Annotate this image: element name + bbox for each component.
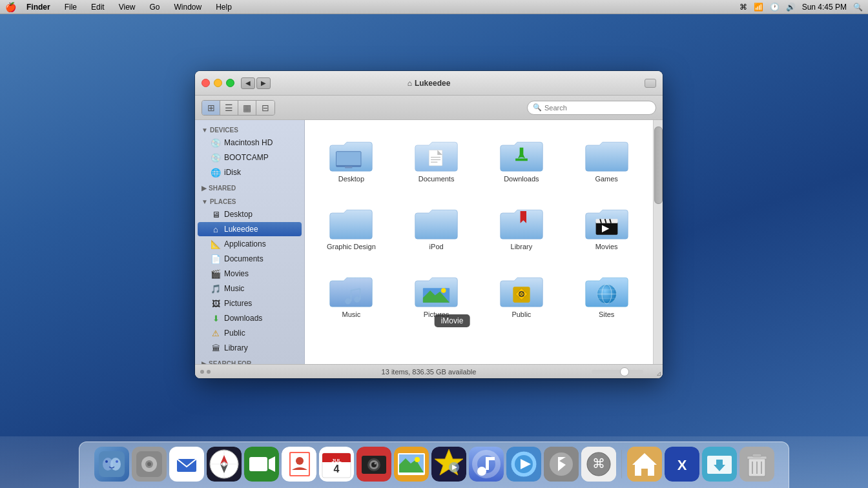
maximize-button[interactable] — [226, 79, 234, 87]
itunes-icon[interactable] — [469, 447, 504, 482]
menubar-finder[interactable]: Finder — [24, 3, 53, 12]
svg-rect-3 — [429, 150, 442, 165]
dock-airdrop[interactable] — [702, 447, 737, 482]
xcode-icon[interactable]: X — [665, 447, 699, 482]
home-icon[interactable] — [627, 447, 662, 482]
menubar-file[interactable]: File — [62, 3, 79, 12]
svg-text:⌘: ⌘ — [592, 456, 605, 471]
search-box[interactable]: 🔍 — [527, 101, 656, 115]
dock-ical[interactable]: JUL 4 — [319, 447, 354, 482]
imovie-icon[interactable] — [431, 447, 466, 482]
resize-handle[interactable]: ⊿ — [656, 370, 661, 377]
sidebar-item-music[interactable]: 🎵 Music — [198, 281, 302, 296]
svg-point-75 — [374, 463, 376, 465]
safari-icon[interactable] — [207, 447, 242, 482]
file-movies[interactable]: Movies — [570, 198, 643, 253]
address-book-icon[interactable] — [282, 447, 316, 482]
sidebar-item-desktop[interactable]: 🖥 Desktop — [198, 207, 302, 221]
cover-flow-button[interactable]: ⊟ — [256, 101, 274, 115]
sidebar-item-applications[interactable]: 📐 Applications — [198, 237, 302, 251]
dock-safari[interactable] — [207, 447, 242, 482]
file-ipod[interactable]: iPod — [400, 198, 473, 253]
apple-menu[interactable]: 🍎 — [5, 2, 16, 12]
icon-size-slider[interactable] — [592, 370, 643, 374]
dock-xcode[interactable]: X — [665, 447, 699, 482]
file-sites[interactable]: Sites — [570, 266, 643, 321]
svg-point-20 — [355, 296, 360, 302]
close-button[interactable] — [202, 79, 210, 87]
slider-thumb[interactable] — [620, 367, 629, 376]
system-prefs-icon[interactable] — [132, 447, 167, 482]
file-pictures[interactable]: Pictures — [400, 266, 473, 321]
collapse-button[interactable] — [645, 79, 656, 88]
menubar-edit[interactable]: Edit — [88, 3, 107, 12]
dock-iphoto[interactable] — [394, 447, 429, 482]
devices-section: ▼ DEVICES 💿 Macintosh HD 💿 BOOTCAMP 🌐 iD… — [195, 124, 304, 179]
facetime-icon[interactable] — [244, 447, 279, 482]
sidebar-label-bootcamp: BOOTCAMP — [224, 153, 269, 162]
finder-icon[interactable] — [94, 447, 129, 482]
svg-point-41 — [105, 460, 108, 463]
scrollbar[interactable] — [653, 120, 663, 364]
shared-section: ▶ SHARED — [195, 182, 304, 193]
column-view-button[interactable]: ▦ — [238, 101, 256, 115]
mail-icon[interactable] — [169, 447, 204, 482]
dock-finder[interactable] — [94, 447, 129, 482]
search-input[interactable] — [544, 104, 650, 112]
dock-bluetooth-prefs[interactable] — [544, 447, 579, 482]
back-button[interactable]: ◀ — [241, 77, 255, 89]
sidebar-item-movies[interactable]: 🎬 Movies — [198, 267, 302, 281]
sidebar-item-macintosh-hd[interactable]: 💿 Macintosh HD — [198, 136, 302, 150]
iphoto-icon[interactable] — [394, 447, 429, 482]
sidebar-item-documents[interactable]: 📄 Documents — [198, 252, 302, 266]
dock-imovie[interactable] — [431, 447, 466, 482]
sidebar-item-idisk[interactable]: 🌐 iDisk — [198, 165, 302, 179]
minimize-button[interactable] — [214, 79, 222, 87]
sidebar-item-lukeedee[interactable]: ⌂ Lukeedee — [198, 222, 302, 236]
menubar-go[interactable]: Go — [147, 3, 163, 12]
photo-booth-icon[interactable] — [356, 447, 391, 482]
places-section: ▼ PLACES 🖥 Desktop ⌂ Lukeedee 📐 Applicat… — [195, 196, 304, 355]
file-downloads[interactable]: Downloads — [486, 130, 558, 185]
sidebar-item-library[interactable]: 🏛 Library — [198, 341, 302, 355]
dock-trash[interactable] — [739, 447, 774, 482]
file-library[interactable]: Library — [486, 198, 558, 253]
svg-rect-14 — [595, 219, 617, 223]
file-desktop[interactable]: Desktop — [315, 130, 388, 185]
pictures-icon: 🖼 — [211, 298, 221, 309]
file-music[interactable]: Music — [315, 266, 388, 321]
dock-itunes[interactable] — [469, 447, 504, 482]
airdrop-icon[interactable] — [702, 447, 737, 482]
icon-view-button[interactable]: ⊞ — [202, 101, 220, 115]
sidebar-item-downloads[interactable]: ⬇ Downloads — [198, 311, 302, 325]
file-documents[interactable]: Documents — [400, 130, 473, 185]
spotlight-icon[interactable]: 🔍 — [853, 3, 863, 12]
sidebar-item-public[interactable]: ⚠ Public — [198, 326, 302, 340]
sidebar-item-pictures[interactable]: 🖼 Pictures — [198, 296, 302, 310]
menubar-help[interactable]: Help — [213, 3, 234, 12]
list-view-button[interactable]: ☰ — [220, 101, 238, 115]
dock-address-book[interactable] — [282, 447, 316, 482]
file-public[interactable]: Public — [486, 266, 558, 321]
dock-system-prefs[interactable] — [132, 447, 167, 482]
dock-migration[interactable]: ⌘ — [581, 447, 616, 482]
dock-home[interactable] — [627, 447, 662, 482]
sidebar-label-public: Public — [224, 329, 245, 338]
scrollbar-thumb[interactable] — [654, 127, 663, 204]
ical-icon[interactable]: JUL 4 — [319, 447, 354, 482]
menubar-view[interactable]: View — [116, 3, 138, 12]
bluetooth-prefs-icon[interactable] — [544, 447, 579, 482]
dock-facetime[interactable] — [244, 447, 279, 482]
trash-icon[interactable] — [739, 447, 774, 482]
menubar-widget-icon: ⌘ — [739, 3, 747, 12]
dock-photo-booth[interactable] — [356, 447, 391, 482]
menubar-window[interactable]: Window — [172, 3, 205, 12]
dock-quicktime[interactable] — [506, 447, 541, 482]
dock-mail[interactable] — [169, 447, 204, 482]
forward-button[interactable]: ▶ — [256, 77, 271, 89]
file-games[interactable]: Games — [570, 130, 643, 185]
sidebar-item-bootcamp[interactable]: 💿 BOOTCAMP — [198, 150, 302, 165]
quicktime-icon[interactable] — [506, 447, 541, 482]
file-graphic-design[interactable]: Graphic Design — [315, 198, 388, 253]
migration-icon[interactable]: ⌘ — [581, 447, 616, 482]
